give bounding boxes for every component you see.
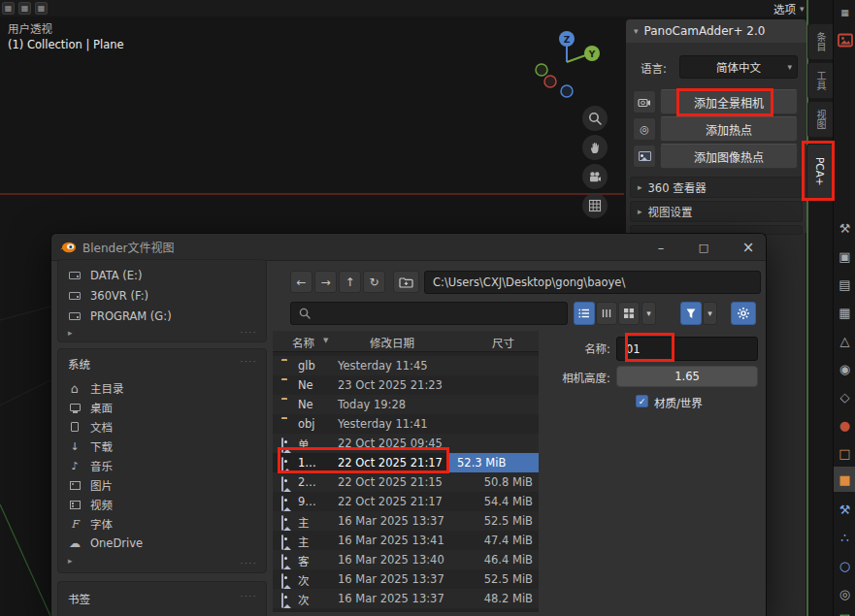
panel-grip[interactable] — [241, 328, 257, 338]
volume-item[interactable]: DATA (E:) — [68, 266, 258, 285]
object-tab-icon[interactable]: □ — [834, 442, 855, 464]
minimize-button[interactable]: – — [641, 234, 680, 261]
particles-tab-icon[interactable]: ∴ — [834, 527, 855, 548]
view-size-dropdown[interactable]: ▾ — [641, 302, 656, 325]
viewport-shading-icon[interactable]: ▦ — [18, 2, 31, 15]
mesh-data-tab-icon[interactable]: ▽ — [834, 607, 855, 616]
file-row[interactable]: 2…22 Oct 2025 21:1550.8 MiB — [273, 472, 539, 492]
refresh-button[interactable]: ↻ — [363, 271, 385, 293]
sidebar-item-home[interactable]: ⌂ 主目录 — [68, 378, 258, 398]
file-row[interactable]: 次16 Mar 2025 13:3748.2 MiB — [273, 589, 539, 608]
view-thumbnails-button[interactable] — [618, 302, 640, 325]
constraints-tab-icon[interactable]: ◎ — [834, 583, 855, 604]
tab-tool[interactable]: 工具 — [807, 62, 833, 99]
file-row[interactable]: NeToday 19:28 — [273, 395, 539, 414]
back-button[interactable]: ← — [290, 271, 312, 293]
file-row[interactable]: glbYesterday 11:45 — [273, 356, 539, 375]
navigation-gizmo[interactable]: Z Y — [524, 25, 611, 101]
file-row[interactable]: 主16 Mar 2025 13:3752.5 MiB — [273, 511, 539, 531]
close-button[interactable]: × — [729, 234, 768, 261]
render-tab-icon[interactable]: ▣ — [834, 245, 855, 267]
file-row[interactable]: 主16 Mar 2025 13:4147.4 MiB — [273, 531, 539, 550]
sidebar-item-videos[interactable]: 视频 — [68, 495, 258, 514]
add-camera-icon-button[interactable] — [633, 90, 656, 113]
image-red-icon[interactable] — [834, 29, 855, 50]
language-select[interactable]: 简体中文 ▾ — [679, 55, 798, 79]
view-horizontal-list-button[interactable] — [596, 302, 617, 325]
volume-item[interactable]: 360VR (F:) — [68, 286, 258, 306]
column-date[interactable]: 修改日期 — [370, 335, 414, 350]
ortho-grid-button[interactable] — [582, 193, 608, 218]
tab-item[interactable]: 条目 — [807, 23, 833, 60]
column-name[interactable]: 名称 — [292, 335, 314, 350]
pan-button[interactable] — [582, 135, 608, 160]
add-pano-camera-button[interactable]: 添加全景相机 — [660, 89, 798, 114]
dialog-titlebar[interactable]: Blender文件视图 – □ × — [51, 234, 766, 261]
tab-pca[interactable]: PCA+ — [806, 144, 833, 200]
collection-tab-icon[interactable]: ◇ — [834, 386, 855, 407]
hotspot-icon-button[interactable]: ◎ — [633, 117, 656, 141]
chevron-right-icon[interactable]: ▸ — [68, 328, 73, 338]
add-hotspot-button[interactable]: 添加热点 — [660, 116, 798, 142]
file-row[interactable]: 次16 Mar 2025 13:3752.5 MiB — [273, 569, 539, 589]
filter-button[interactable] — [680, 302, 702, 325]
view-vertical-list-button[interactable] — [574, 302, 595, 325]
editor-selector-icon[interactable]: ▦ — [834, 2, 855, 23]
panel-grip[interactable] — [241, 559, 257, 568]
viewlayer-tab-icon[interactable]: ▦ — [834, 302, 855, 323]
sidebar-item-onedrive[interactable]: ☁ OneDrive — [68, 534, 258, 553]
file-row[interactable]: 单22 Oct 2025 09:45 — [273, 434, 539, 453]
tab-view[interactable]: 视图 — [807, 101, 833, 138]
sidebar-item-pictures[interactable]: 图片 — [68, 475, 258, 495]
file-row[interactable]: objYesterday 11:41 — [273, 414, 539, 434]
panel-grip[interactable] — [241, 592, 257, 601]
section-360-viewer[interactable]: ▸ 360 查看器 — [630, 177, 803, 198]
world-tab-icon[interactable]: ◉ — [834, 358, 855, 379]
volume-item[interactable]: PROGRAM (G:) — [68, 307, 258, 326]
filter-dropdown[interactable]: ▾ — [703, 302, 717, 325]
search-input[interactable] — [290, 302, 568, 325]
column-size[interactable]: 尺寸 — [492, 335, 514, 350]
physics-tab-icon[interactable]: ○ — [834, 555, 855, 576]
tool-tab-icon[interactable]: ⚒ — [834, 217, 855, 239]
viewport-overlay-icon[interactable]: ▦ — [35, 2, 48, 15]
section-view-settings[interactable]: ▸ 视图设置 — [630, 201, 803, 222]
sidebar-item-fonts[interactable]: F 字体 — [68, 514, 258, 534]
camera-height-field[interactable]: 1.65 — [616, 366, 758, 387]
options-dropdown[interactable]: 选项 ▾ — [773, 1, 805, 16]
scene-tab-icon[interactable]: △ — [834, 330, 855, 351]
sidebar-item-desktop[interactable]: 桌面 — [68, 398, 258, 417]
maximize-button[interactable]: □ — [684, 234, 723, 261]
zoom-button[interactable] — [582, 106, 608, 131]
volumes-panel: DATA (E:) 360VR (F:) PROGRAM (G:) ▸ — [57, 259, 267, 342]
up-button[interactable]: ↑ — [339, 271, 361, 293]
material-world-checkbox[interactable]: ✓ — [636, 395, 648, 407]
new-folder-button[interactable] — [393, 271, 419, 293]
file-row[interactable]: 9…22 Oct 2025 21:1754.4 MiB — [273, 492, 539, 511]
editor-type-icon[interactable]: ▦ — [2, 2, 15, 15]
system-header[interactable]: 系统 — [68, 356, 90, 372]
chevron-right-icon[interactable]: ▸ — [68, 556, 73, 566]
modifier-tab-icon[interactable]: ⚒ — [834, 499, 855, 520]
sidebar-item-downloads[interactable]: ↓ 下载 — [68, 437, 258, 456]
image-hotspot-icon-button[interactable] — [633, 145, 656, 168]
settings-button[interactable] — [731, 302, 756, 325]
sidebar-item-music[interactable]: ♪ 音乐 — [68, 456, 258, 475]
panocamadder-panel-header[interactable]: ▾ PanoCamAdder+ 2.0 — [626, 19, 806, 43]
file-row[interactable]: Ne23 Oct 2025 21:23 — [273, 375, 539, 395]
file-row-selected[interactable]: 1…22 Oct 2025 21:1752.3 MiB — [273, 453, 539, 472]
add-image-hotspot-button[interactable]: 添加图像热点 — [660, 144, 798, 169]
sidebar-item-documents[interactable]: 文档 — [68, 417, 258, 437]
output-tab-icon[interactable]: ▤ — [834, 274, 855, 295]
bookmarks-header[interactable]: 书签 — [68, 591, 90, 606]
path-field[interactable]: C:\Users\CXJ\Desktop\gong\baoye\ — [424, 271, 761, 294]
chevron-down-icon: ▾ — [787, 62, 792, 72]
sort-desc-icon[interactable]: ▼ — [323, 337, 328, 344]
world-sphere-tab-icon[interactable]: ● — [834, 414, 855, 436]
active-properties-tab[interactable]: ■ — [834, 467, 855, 492]
forward-button[interactable]: → — [314, 271, 337, 293]
panel-grip[interactable] — [241, 357, 257, 367]
file-row[interactable]: 客16 Mar 2025 13:4046.4 MiB — [273, 550, 539, 569]
file-name-input[interactable]: 01 — [616, 337, 758, 361]
camera-view-button[interactable] — [582, 164, 608, 189]
